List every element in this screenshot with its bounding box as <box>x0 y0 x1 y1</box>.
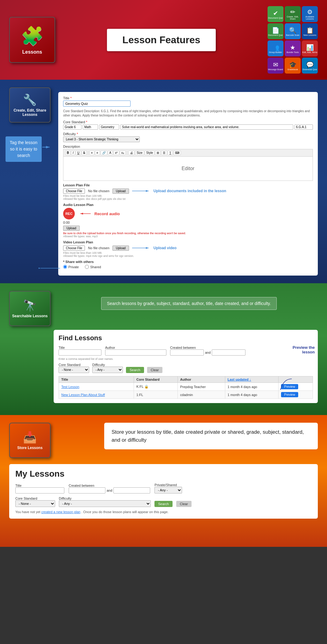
fl-date-from[interactable] <box>170 349 204 356</box>
create-lesson-link[interactable]: created a new lesson plan <box>41 510 81 514</box>
audio-filetypes: Allowed file types: wav, mp3 <box>63 235 313 238</box>
upload-audio-btn[interactable]: Upload <box>63 226 80 231</box>
difficulty-select[interactable]: Level 3 - Short-term Strategic Thinking <box>63 136 140 142</box>
source-btn[interactable]: ⌨ <box>173 151 181 155</box>
link-btn[interactable]: 🔗 <box>101 151 107 155</box>
video-annotation: Upload video <box>154 246 177 250</box>
app-icon-10[interactable]: ✉Message Board <box>268 58 283 74</box>
ml-created-group: Created between and <box>69 484 150 493</box>
lessons-icon-box: 🧩 Lessons <box>9 17 55 63</box>
app-icon-6[interactable]: 📋New Lessons <box>302 23 318 39</box>
private-radio-label: Private <box>63 265 79 269</box>
app-icon-11[interactable]: 🎓Gradebook <box>285 58 301 74</box>
ml-title-input[interactable] <box>15 487 64 493</box>
size-btn[interactable]: Size <box>135 151 144 155</box>
video-choose-btn[interactable]: Choose File <box>63 246 85 251</box>
col-core-std-header: Core Standard <box>134 376 178 383</box>
table-btn[interactable]: ⊞ <box>155 151 161 155</box>
app-icon-5[interactable]: 🔍Barcode Scan <box>285 23 301 39</box>
ml-date-to[interactable] <box>113 487 150 493</box>
editor-area[interactable]: Editor <box>63 156 313 181</box>
fl-author-group: Author <box>105 346 166 356</box>
app-icon-9[interactable]: 📊Edit, Add, Items <box>302 40 318 56</box>
ml-clear-btn[interactable]: Clear <box>176 501 192 507</box>
find-lessons-title: Find Lessons <box>59 334 313 342</box>
preview-annotation-container: Preview thelesson <box>293 345 315 354</box>
fl-difficulty-group: Difficulty - Any - <box>92 363 123 373</box>
std-code-input[interactable] <box>295 124 313 130</box>
app-icon-12[interactable]: 💬Download Quiz <box>302 58 318 74</box>
create-icon: 🔧 <box>23 93 37 106</box>
italic-btn[interactable]: I <box>71 151 75 155</box>
print-btn[interactable]: 🖨 <box>128 151 135 155</box>
result-title-link[interactable]: New Lesson Plan About Stuff <box>61 393 105 397</box>
core-std-desc-row: Core Standard Description: 6.G.1. Find t… <box>63 109 313 118</box>
preview-arrow-container <box>275 377 293 390</box>
grade-input[interactable] <box>63 124 82 130</box>
result-title-link[interactable]: Test Lesson <box>61 385 79 389</box>
geometry-input[interactable] <box>99 124 119 130</box>
record-annotation: Record audio <box>94 211 120 216</box>
store-section: 📥 Store Lessons Store your lessons by ti… <box>0 415 327 547</box>
core-std-row: Core Standard * <box>63 120 313 130</box>
ml-difficulty-select[interactable]: - Any - <box>59 500 151 507</box>
fl-search-btn[interactable]: Search <box>126 367 144 373</box>
superscript-btn[interactable]: x² <box>113 151 119 155</box>
create-icon-label: Create, Edit, ShareLessons <box>13 108 46 117</box>
title-input[interactable] <box>63 101 131 107</box>
create-section: 🔧 Create, Edit, ShareLessons Tag the les… <box>0 80 327 283</box>
choose-file-btn[interactable]: Choose File <box>63 189 85 194</box>
underline-btn[interactable]: U <box>76 151 81 155</box>
app-icon-3[interactable]: ⚙Available Lessons <box>302 6 318 22</box>
layout-btn[interactable]: ☰ <box>161 151 167 155</box>
upload-file-btn[interactable]: Upload <box>112 189 129 194</box>
std-desc-input[interactable] <box>120 124 293 130</box>
result-core-std-cell: 1:FL <box>134 391 178 399</box>
fl-title-input[interactable] <box>59 349 101 356</box>
ml-private-shared-group: Private/Shared - Any - Private Shared <box>154 483 182 493</box>
app-icon-8[interactable]: ★Bundle Tools <box>285 40 301 56</box>
shared-radio[interactable] <box>85 265 89 269</box>
subject-input[interactable] <box>83 124 98 130</box>
app-icon-1[interactable]: ✔Document Quiz <box>268 6 283 22</box>
result-author-cell: Prepdog Teacher <box>177 383 225 391</box>
fl-author-input[interactable] <box>105 349 166 356</box>
app-icon-7[interactable]: 👥Group Builder <box>268 40 283 56</box>
align-left-btn[interactable]: ≡ <box>89 151 94 155</box>
bold-btn[interactable]: B <box>65 151 70 155</box>
create-icon-col: 🔧 Create, Edit, ShareLessons <box>9 87 51 123</box>
editor-toolbar: B I U S ≡ ≡ 🔗 A x² x₂ 🖨 Size Style ⊞ ☰ ∑… <box>63 149 313 156</box>
fl-difficulty-select[interactable]: - Any - <box>92 367 123 373</box>
video-upload-btn[interactable]: Upload <box>112 246 129 251</box>
rec-button[interactable]: REC <box>63 208 75 219</box>
result-preview-cell: Preview <box>279 391 313 399</box>
ml-search-btn[interactable]: Search <box>154 501 173 507</box>
ml-core-std-select[interactable]: - None - <box>15 500 55 507</box>
preview-button[interactable]: Preview <box>281 392 298 397</box>
fl-core-std-select[interactable]: - None - <box>59 367 89 373</box>
app-icon-4[interactable]: 📄Document Quiz <box>268 23 283 39</box>
strikethrough-btn[interactable]: S <box>82 151 87 155</box>
fl-title-group: Title <box>59 346 101 356</box>
subscript-btn[interactable]: x₂ <box>120 151 126 155</box>
title-row: Title * <box>63 96 313 107</box>
color-btn[interactable]: A <box>108 151 113 155</box>
table-row: New Lesson Plan About Stuff 1:FL cdadmin… <box>59 391 313 399</box>
fl-date-to[interactable] <box>212 349 245 356</box>
col-last-updated-header[interactable]: Last updated ↓ <box>225 376 279 383</box>
store-desc-box: Store your lessons by title, date create… <box>104 423 318 449</box>
username-hint: Enter a comma separated list of user nam… <box>59 357 313 360</box>
ml-private-shared-select[interactable]: - Any - Private Shared <box>154 487 182 493</box>
preview-the-label: Preview thelesson <box>293 345 315 354</box>
fl-core-std-group: Core Standard - None - <box>59 363 89 373</box>
align-center-btn[interactable]: ≡ <box>95 151 100 155</box>
private-radio[interactable] <box>63 265 67 269</box>
video-row: Video Lesson Plan Choose File No file ch… <box>63 240 313 257</box>
app-icon-2[interactable]: ✏Create, Edit, Share <box>285 6 301 22</box>
ml-date-from[interactable] <box>69 487 105 493</box>
style-btn[interactable]: Style <box>145 151 154 155</box>
difficulty-row-form: Difficulty * Level 3 - Short-term Strate… <box>63 132 313 142</box>
fl-clear-btn[interactable]: Clear <box>147 367 162 373</box>
lessons-label: Lessons <box>22 49 42 55</box>
formula-btn[interactable]: ∑ <box>168 151 173 155</box>
